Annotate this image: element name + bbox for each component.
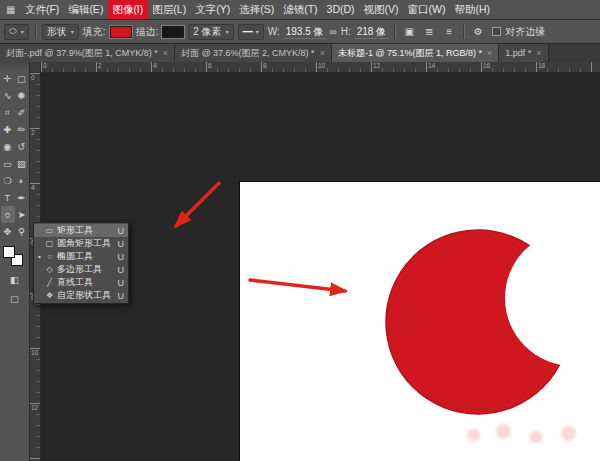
screen-mode-icon: ▢ [10,293,19,304]
hand-tool[interactable]: ✥ [1,223,15,240]
path-operations-button[interactable]: ▣ [401,24,417,40]
tab-label: 1.pdf * [505,48,531,58]
menu-view[interactable]: 视图(V) [359,0,403,19]
current-tool-bullet: • [37,253,42,260]
menu-window[interactable]: 窗口(W) [403,0,450,19]
flyout-item-shortcut: U [118,278,126,288]
flyout-ellipse-tool[interactable]: • ○ 椭圆工具 U [34,250,128,263]
type-tool[interactable]: T [1,189,15,206]
move-tool[interactable]: ✛ [1,70,15,87]
tools-panel: ✛ ▢ ∿ ✺ ⌗ ✐ ✚ ✏ ◉ ↺ [0,62,30,461]
crop-tool[interactable]: ⌗ [1,104,15,121]
flyout-item-shortcut: U [118,265,126,275]
quick-mask-button[interactable]: ◧ [0,272,29,287]
close-icon[interactable]: × [536,48,541,58]
brush-tool[interactable]: ✏ [15,121,29,138]
flyout-polygon-tool[interactable]: ◇ 多边形工具 U [34,263,128,276]
ruler-tick-label: 0 [30,73,40,128]
flyout-rounded-rectangle-tool[interactable]: ▢ 圆角矩形工具 U [34,237,128,250]
ruler-tick-label: 4 [151,62,206,70]
path-selection-tool[interactable]: ➤ [15,206,29,223]
chevron-down-icon: ▾ [21,28,24,35]
close-icon[interactable]: × [163,48,168,58]
menu-layer[interactable]: 图层(L) [148,0,191,19]
eyedropper-tool[interactable]: ✐ [15,104,29,121]
close-icon[interactable]: × [320,48,325,58]
shape-tool-icon: ▢ [45,239,54,248]
tool-icon: ∿ [4,90,12,101]
ruler-tick-label: 2 [96,62,151,70]
fill-color-swatch[interactable] [110,26,132,38]
dodge-tool[interactable]: ◐ [15,172,29,189]
history-brush-tool[interactable]: ↺ [15,138,29,155]
menu-image[interactable]: 图像(I) [108,0,148,19]
ruler-tick-label: 2 [30,128,40,183]
flyout-custom-shape-tool[interactable]: ❖ 自定形状工具 U [34,289,128,302]
healing-brush-tool[interactable]: ✚ [1,121,15,138]
menu-file[interactable]: 文件(F) [20,0,63,19]
document-tab[interactable]: 1.pdf * × [499,44,548,62]
zoom-tool[interactable]: ⚲ [15,223,29,240]
pen-tool[interactable]: ✒ [15,189,29,206]
fill-label: 填充: [83,25,106,39]
divider [35,24,36,39]
eraser-tool[interactable]: ▭ [1,155,15,172]
document-tab[interactable]: 未标题-1 @ 75.1%(图层 1, RGB/8) * × [332,44,499,62]
gear-icon[interactable]: ⚙ [470,24,486,40]
document-tab[interactable]: 封面 @ 37.6%(图层 2, CMYK/8) * × [175,44,332,62]
height-field[interactable]: 218 像 [355,25,388,39]
menu-edit[interactable]: 编辑(E) [64,0,108,19]
foreground-color-swatch[interactable] [3,246,15,258]
document-page[interactable] [240,182,600,461]
flyout-item-label: 直线工具 [57,276,115,289]
tool-icon: ✛ [4,73,12,84]
align-edges-checkbox[interactable] [492,27,501,36]
shape-tool[interactable]: ○ [1,206,15,223]
horizontal-ruler[interactable]: 024681012141618 [41,62,600,73]
flyout-rectangle-tool[interactable]: ▭ 矩形工具 U [34,224,128,237]
menu-filter[interactable]: 滤镜(T) [279,0,322,19]
ruler-tick-label: 0 [41,62,96,70]
tool-icon: ✚ [4,124,12,135]
ruler-tick-label: 8 [261,62,316,70]
menu-help[interactable]: 帮助(H) [450,0,495,19]
screen-mode-button[interactable]: ▢ [0,291,29,306]
lasso-tool[interactable]: ∿ [1,87,15,104]
stroke-style-select[interactable]: — ▾ [238,24,264,40]
ruler-tick-label: 10 [316,62,371,70]
tool-mode-value: 形状 [47,25,67,39]
stroke-color-swatch[interactable] [162,26,184,38]
menu-select[interactable]: 选择(S) [235,0,279,19]
menu-type[interactable]: 文字(Y) [191,0,235,19]
ruler-tick-label: 12 [30,403,40,458]
divider [394,24,395,39]
quick-mask-icon: ◧ [10,274,19,285]
toolbar-grip[interactable] [0,62,29,70]
flyout-item-label: 圆角矩形工具 [57,237,115,250]
shape-tool-icon: ○ [45,252,54,261]
quick-selection-tool[interactable]: ✺ [15,87,29,104]
tool-icon: ➤ [18,209,26,220]
tool-buttons: ✛ ▢ ∿ ✺ ⌗ ✐ ✚ ✏ ◉ ↺ [0,70,29,240]
menu-3d[interactable]: 3D(D) [322,0,359,19]
tool-options-bar: ⬭ ▾ 形状 ▾ 填充: 描边: 2 像素 ▾ — ▾ W: 193.5 像 ∞… [0,20,600,44]
width-field[interactable]: 193.5 像 [284,25,326,39]
marquee-tool[interactable]: ▢ [15,70,29,87]
flyout-line-tool[interactable]: ╱ 直线工具 U [34,276,128,289]
tool-mode-select[interactable]: 形状 ▾ [42,24,79,40]
document-tab[interactable]: 封面-.pdf @ 37.9%(图层 1, CMYK/8) * × [0,44,175,62]
ruler-corner [30,62,41,73]
tool-icon: ○ [5,209,11,220]
clone-stamp-tool[interactable]: ◉ [1,138,15,155]
path-align-button[interactable]: ≣ [421,24,437,40]
tool-icon: T [5,192,11,203]
gradient-tool[interactable]: ▨ [15,155,29,172]
link-dimensions-icon[interactable]: ∞ [330,26,337,37]
blur-tool[interactable]: ❍ [1,172,15,189]
tool-icon: ▨ [17,158,26,169]
line-style-icon: — [243,26,252,37]
close-icon[interactable]: × [487,48,492,58]
stroke-width-select[interactable]: 2 像素 ▾ [188,24,233,40]
path-arrange-button[interactable]: ≡ [441,24,457,40]
tool-preset-dropdown[interactable]: ⬭ ▾ [4,24,29,40]
